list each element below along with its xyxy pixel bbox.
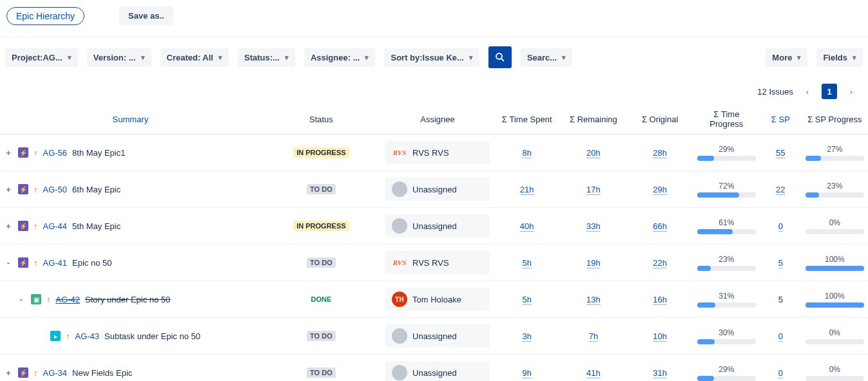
filter-created[interactable]: Created: All▾: [160, 48, 229, 67]
assignee-cell[interactable]: RVS RVS RVS: [385, 141, 490, 164]
chevron-down-icon: ▾: [141, 53, 145, 62]
expand-toggle[interactable]: +: [4, 185, 13, 194]
issues-table: Summary Status Assignee Σ Time Spent Σ R…: [0, 104, 868, 381]
filter-project[interactable]: Project:AG...▾: [5, 48, 78, 67]
assignee-cell[interactable]: Unassigned: [385, 361, 490, 381]
story-points[interactable]: 55: [776, 148, 785, 158]
time-original[interactable]: 10h: [653, 331, 667, 342]
assignee-cell[interactable]: RVS RVS RVS: [385, 251, 490, 274]
story-icon: ▣: [31, 294, 41, 304]
time-remaining[interactable]: 41h: [586, 368, 601, 378]
col-sp[interactable]: Σ SP: [771, 115, 790, 124]
expand-toggle[interactable]: -: [17, 295, 26, 304]
sp-progress-bar: [805, 229, 864, 234]
sp-progress-label: 0%: [805, 365, 864, 374]
issue-key-link[interactable]: AG-41: [43, 258, 68, 268]
assignee-name: Unassigned: [412, 331, 457, 341]
story-points[interactable]: 5: [778, 258, 783, 268]
svg-point-0: [496, 53, 502, 59]
chevron-down-icon: ▾: [365, 53, 369, 62]
avatar: RVS: [392, 145, 407, 160]
sp-progress-label: 27%: [805, 145, 864, 154]
page-next[interactable]: ›: [844, 84, 859, 99]
time-original[interactable]: 66h: [653, 221, 667, 232]
expand-toggle[interactable]: +: [4, 221, 13, 231]
filter-version[interactable]: Version: ...▾: [87, 48, 151, 67]
svg-line-1: [501, 59, 504, 61]
time-remaining[interactable]: 20h: [586, 148, 601, 158]
table-row: ▸ ↑ AG-43 Subtask under Epic no 50 TO DO…: [0, 318, 868, 355]
sp-progress-bar: [805, 156, 864, 161]
status-badge: TO DO: [307, 257, 336, 268]
search-icon: [494, 51, 506, 63]
sp-progress-bar: [805, 192, 864, 198]
time-original[interactable]: 28h: [653, 148, 667, 158]
chevron-down-icon: ▾: [285, 53, 289, 62]
time-progress-label: 72%: [697, 181, 756, 190]
status-badge: TO DO: [307, 184, 336, 194]
time-original[interactable]: 29h: [653, 185, 667, 195]
save-as-button[interactable]: Save as..: [119, 6, 173, 25]
table-row: + ⚡ ↑ AG-44 5th May Epic IN PROGRESS Una…: [0, 208, 868, 245]
issue-key-link[interactable]: AG-34: [43, 368, 68, 378]
time-spent[interactable]: 21h: [520, 185, 534, 195]
page-prev[interactable]: ‹: [800, 84, 815, 99]
more-dropdown[interactable]: More▾: [766, 48, 807, 67]
issue-summary: Story under Epic no 50: [85, 295, 170, 304]
assignee-name: RVS RVS: [412, 258, 449, 268]
time-spent[interactable]: 8h: [522, 148, 531, 158]
story-points[interactable]: 0: [778, 331, 783, 342]
filter-status[interactable]: Status:...▾: [238, 48, 295, 67]
time-remaining[interactable]: 7h: [589, 331, 598, 342]
issue-key-link[interactable]: AG-56: [43, 148, 68, 158]
avatar: [392, 365, 407, 380]
table-row: + ⚡ ↑ AG-56 8th May Epic1 IN PROGRESS RV…: [0, 135, 868, 171]
time-remaining[interactable]: 17h: [586, 185, 601, 195]
time-spent[interactable]: 5h: [522, 258, 531, 268]
view-pill[interactable]: Epic Hierarchy: [6, 7, 84, 25]
time-remaining[interactable]: 33h: [586, 221, 601, 232]
filter-sort[interactable]: Sort by:Issue Ke...▾: [384, 48, 479, 67]
assignee-cell[interactable]: Unassigned: [385, 214, 490, 237]
issue-summary: Epic no 50: [72, 258, 111, 268]
fields-dropdown[interactable]: Fields▾: [816, 48, 863, 67]
assignee-cell[interactable]: Unassigned: [385, 178, 490, 201]
time-original[interactable]: 16h: [653, 295, 667, 305]
time-spent[interactable]: 5h: [522, 295, 531, 305]
filter-search-saved[interactable]: Searc...▾: [521, 48, 572, 67]
issue-key-link[interactable]: AG-44: [43, 221, 68, 231]
chevron-down-icon: ▾: [562, 53, 566, 62]
table-row: - ▣ ↑ AG-42 Story under Epic no 50 DONE …: [0, 281, 868, 318]
col-summary[interactable]: Summary: [113, 115, 149, 124]
priority-icon: ↑: [34, 148, 38, 158]
story-points[interactable]: 0: [778, 368, 783, 378]
time-spent[interactable]: 9h: [522, 368, 531, 378]
time-spent[interactable]: 40h: [520, 221, 534, 232]
issue-key-link[interactable]: AG-50: [43, 185, 68, 194]
filter-assignee[interactable]: Assignee: ...▾: [304, 48, 376, 67]
time-remaining[interactable]: 13h: [586, 295, 601, 305]
time-spent[interactable]: 3h: [522, 331, 531, 342]
issue-key-link[interactable]: AG-42: [56, 295, 81, 304]
chevron-down-icon: ▾: [797, 53, 801, 62]
time-progress-label: 23%: [697, 255, 756, 264]
expand-toggle[interactable]: +: [4, 368, 13, 378]
expand-toggle[interactable]: +: [4, 148, 13, 158]
story-points[interactable]: 0: [778, 221, 783, 232]
time-remaining[interactable]: 19h: [586, 258, 601, 268]
sp-progress-label: 0%: [805, 328, 864, 337]
expand-toggle[interactable]: -: [4, 258, 13, 268]
story-points[interactable]: 22: [776, 185, 785, 195]
issue-key-link[interactable]: AG-43: [75, 331, 100, 341]
page-current[interactable]: 1: [822, 84, 837, 99]
time-original[interactable]: 22h: [653, 258, 667, 268]
time-progress-label: 30%: [697, 328, 756, 337]
assignee-cell[interactable]: Unassigned: [385, 324, 490, 348]
status-badge: DONE: [308, 294, 335, 304]
time-original[interactable]: 31h: [653, 368, 667, 378]
issue-summary: New Fields Epic: [72, 368, 132, 378]
search-button[interactable]: [488, 46, 512, 68]
avatar: TH: [392, 292, 407, 307]
assignee-cell[interactable]: TH Tom Holoake: [385, 288, 490, 311]
status-badge: TO DO: [307, 331, 336, 341]
